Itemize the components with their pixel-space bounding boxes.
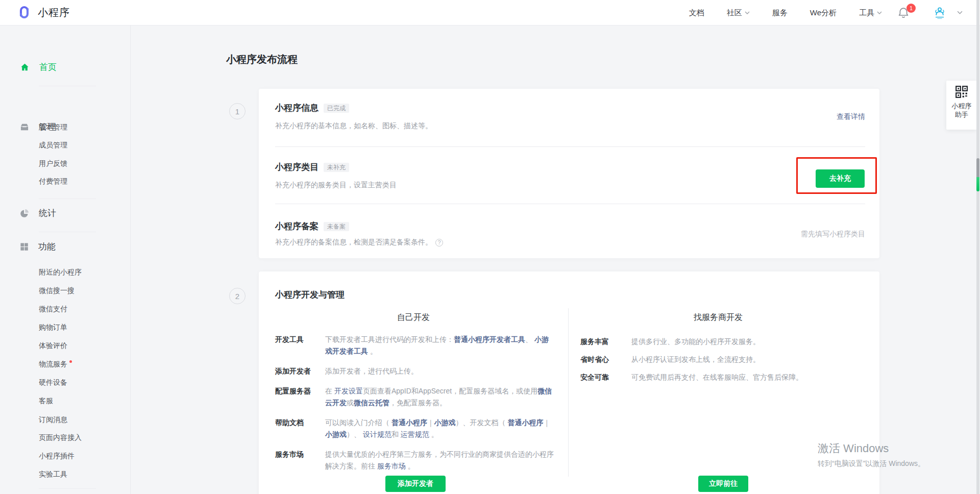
- sidebar-item-customer-service[interactable]: 客服: [39, 397, 53, 406]
- mini-program-logo-icon: [15, 4, 33, 20]
- cloud-hosting-link[interactable]: 微信云托管: [354, 399, 389, 407]
- save-time-row: 省时省心 从小程序认证到发布上线，全流程支持。: [580, 354, 856, 365]
- docs-miniprogram-link[interactable]: 普通小程序: [508, 418, 544, 427]
- devtools-link[interactable]: 普通小程序开发者工具: [454, 335, 525, 343]
- design-guide-link[interactable]: 设计规范: [363, 430, 391, 438]
- sidebar-item-miniprogram-plugin[interactable]: 小程序插件: [39, 452, 75, 461]
- user-avatar[interactable]: [931, 4, 948, 21]
- miniprogram-info-desc: 补充小程序的基本信息，如名称、图标、描述等。: [275, 121, 432, 131]
- sidebar-item-version-manage[interactable]: 版本管理: [39, 123, 67, 132]
- notification-badge: 1: [906, 4, 916, 13]
- home-icon: [19, 62, 30, 72]
- step-1-card: 小程序信息 已完成 补充小程序的基本信息，如名称、图标、描述等。 查看详情 小程…: [259, 89, 879, 258]
- add-developer-button[interactable]: 添加开发者: [385, 476, 446, 492]
- sidebar-divider: [39, 488, 96, 489]
- sidebar-item-payment-manage[interactable]: 付费管理: [39, 177, 67, 186]
- scrollbar-thumb[interactable]: [976, 158, 979, 177]
- miniprogram-icp-desc: 补充小程序的备案信息，检测是否满足备案条件。 ?: [275, 238, 443, 247]
- sidebar-section-statistics[interactable]: 统计: [19, 207, 56, 219]
- docs-minigame-link[interactable]: 小游戏: [325, 430, 347, 438]
- qr-code-icon: [955, 85, 968, 98]
- self-develop-rows: 开发工具 下载开发者工具进行代码的开发和上传：普通小程序开发者工具、 小游戏开发…: [275, 334, 555, 480]
- miniprogram-category-title: 小程序类目 未补充: [275, 161, 349, 173]
- dev-settings-link[interactable]: 开发设置: [334, 387, 363, 395]
- sidebar-item-subscribe-message[interactable]: 订阅消息: [39, 415, 67, 425]
- sidebar-item-hardware-device[interactable]: 硬件设备: [39, 378, 67, 387]
- chevron-down-icon: [745, 11, 750, 14]
- sidebar-item-member-manage[interactable]: 成员管理: [39, 141, 67, 150]
- go-now-button[interactable]: 立即前往: [698, 476, 748, 492]
- service-market-row: 服务市场 提供大量优质的小程序第三方服务，为不同行业的商家提供合适的小程序解决方…: [275, 449, 555, 472]
- sidebar-item-user-feedback[interactable]: 用户反馈: [39, 159, 67, 168]
- dev-tools-row: 开发工具 下载开发者工具进行代码的开发和上传：普通小程序开发者工具、 小游戏开发…: [275, 334, 555, 357]
- service-market-link[interactable]: 服务市场: [377, 462, 406, 470]
- wechat-miniprogram-console: 小程序 文档 社区 服务 We分析 工具 1: [0, 0, 980, 494]
- sidebar-item-shopping-orders[interactable]: 购物订单: [39, 323, 67, 332]
- row-divider: [275, 146, 865, 147]
- find-provider-rows: 服务丰富 提供多行业、多功能的小程序开发服务。 省时省心 从小程序认证到发布上线…: [580, 336, 856, 391]
- config-server-row: 配置服务器 在 开发设置页面查看AppID和AppSecret，配置服务器域名，…: [275, 385, 555, 409]
- safe-reliable-row: 安全可靠 可免费试用后再支付、在线客服响应、官方售后保障。: [580, 372, 856, 383]
- sidebar-item-page-content-access[interactable]: 页面内容接入: [39, 433, 82, 442]
- help-docs-row: 帮助文档 可以阅读入门介绍（ 普通小程序｜小游戏）、开发文档（ 普通小程序｜小游…: [275, 417, 555, 440]
- notification-bell[interactable]: 1: [897, 7, 911, 20]
- miniprogram-icp-title: 小程序备案 未备案: [275, 220, 349, 232]
- sidebar-divider: [39, 86, 96, 86]
- step-2-number: 2: [229, 288, 246, 304]
- column-divider: [568, 308, 569, 477]
- sidebar-item-wechat-pay[interactable]: 微信支付: [39, 305, 67, 314]
- status-badge-completed: 已完成: [324, 104, 349, 113]
- scrollbar-thumb-green[interactable]: [976, 177, 979, 191]
- intro-minigame-link[interactable]: 小游戏: [434, 418, 456, 427]
- grid-icon: [19, 242, 29, 252]
- sidebar-item-experiment-tools[interactable]: 实验工具: [39, 470, 67, 479]
- status-badge-not-filed: 未备案: [324, 222, 349, 231]
- nav-we-analytics[interactable]: We分析: [810, 8, 837, 18]
- sidebar-divider: [39, 199, 96, 199]
- miniprogram-info-title: 小程序信息 已完成: [275, 102, 349, 114]
- new-badge-dot: [69, 360, 72, 363]
- assistant-label-line2: 助手: [946, 110, 977, 119]
- sidebar-section-features[interactable]: 功能: [19, 241, 56, 253]
- sidebar-item-home[interactable]: 首页: [19, 61, 57, 73]
- miniprogram-assistant-panel[interactable]: 小程序 助手: [946, 81, 977, 130]
- row-divider: [275, 204, 865, 204]
- avatar-glyph-icon: [933, 6, 947, 20]
- view-details-link[interactable]: 查看详情: [837, 112, 865, 121]
- logo[interactable]: 小程序: [15, 4, 70, 20]
- topbar: 小程序 文档 社区 服务 We分析 工具 1: [0, 0, 980, 26]
- status-badge-uncompleted: 未补充: [324, 163, 349, 172]
- intro-miniprogram-link[interactable]: 普通小程序: [391, 418, 427, 427]
- help-icon[interactable]: ?: [435, 239, 443, 246]
- page-title: 小程序发布流程: [226, 53, 298, 66]
- step-1-number: 1: [229, 103, 246, 119]
- category-required-note: 需先填写小程序类目: [801, 230, 865, 239]
- find-provider-heading: 找服务商开发: [580, 312, 856, 323]
- sidebar-divider: [39, 232, 96, 232]
- nav-services[interactable]: 服务: [772, 8, 788, 18]
- topbar-nav: 文档 社区 服务 We分析 工具: [689, 0, 882, 26]
- tray-icon: [19, 122, 30, 132]
- self-develop-heading: 自己开发: [275, 312, 552, 323]
- nav-tools[interactable]: 工具: [859, 8, 882, 18]
- operation-guide-link[interactable]: 运营规范: [401, 430, 429, 438]
- sidebar-item-nearby-miniprogram[interactable]: 附近的小程序: [39, 268, 82, 277]
- nav-community[interactable]: 社区: [727, 8, 750, 18]
- logo-text: 小程序: [38, 6, 70, 19]
- nav-docs[interactable]: 文档: [689, 8, 704, 18]
- annotation-highlight-box: [796, 157, 877, 194]
- add-developer-row: 添加开发者 添加开发者，进行代码上传。: [275, 365, 555, 377]
- sidebar-item-logistics-service[interactable]: 物流服务: [39, 360, 72, 369]
- dev-manage-title: 小程序开发与管理: [275, 289, 345, 301]
- sidebar-item-experience-review[interactable]: 体验评价: [39, 341, 67, 351]
- account-chevron-down-icon[interactable]: [957, 11, 963, 14]
- sidebar: 首页 管理 版本管理 成员管理 用户反馈 付费管理: [0, 26, 131, 494]
- miniprogram-category-desc: 补充小程序的服务类目，设置主营类目: [275, 181, 397, 190]
- step-2-card: 小程序开发与管理 自己开发 开发工具 下载开发者工具进行代码的开发和上传：普通小…: [259, 271, 879, 494]
- assistant-label-line1: 小程序: [946, 102, 977, 110]
- rich-service-row: 服务丰富 提供多行业、多功能的小程序开发服务。: [580, 336, 856, 348]
- chevron-down-icon: [877, 11, 882, 14]
- sidebar-item-wechat-search[interactable]: 微信搜一搜: [39, 286, 75, 295]
- scrollbar-track[interactable]: [976, 0, 979, 494]
- pie-chart-icon: [19, 208, 30, 218]
